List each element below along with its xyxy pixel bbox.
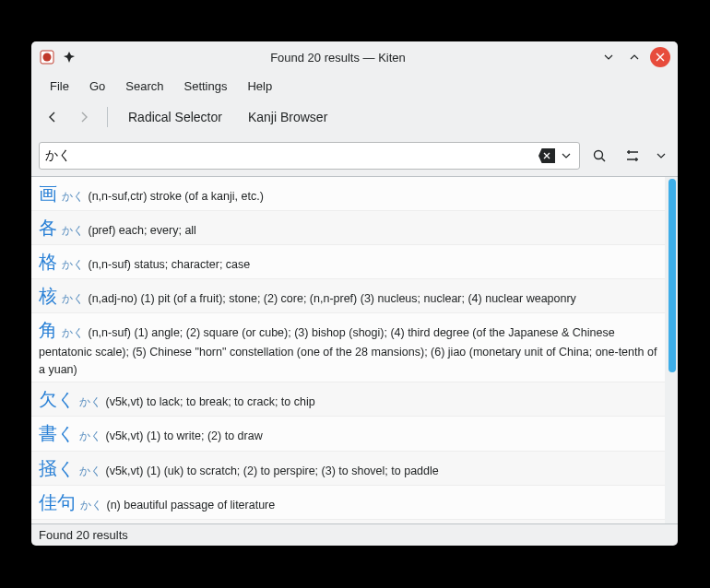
search-button[interactable]: [586, 143, 613, 169]
window-title: Found 20 results — Kiten: [83, 51, 593, 65]
headword: 角: [39, 320, 57, 340]
back-button[interactable]: [39, 104, 66, 130]
scrollbar[interactable]: [665, 177, 678, 523]
definition: (v5k,vt) (1) (uk) to scratch; (2) to per…: [105, 465, 438, 477]
headword: 書く: [39, 423, 75, 443]
reading: かく: [62, 258, 84, 271]
reading: かく: [79, 465, 101, 477]
clear-icon[interactable]: [538, 148, 555, 163]
result-entry[interactable]: 核 かく(n,adj-no) (1) pit (of a fruit); sto…: [31, 278, 665, 312]
definition: (n,adj-no) (1) pit (of a fruit); stone; …: [88, 292, 575, 305]
status-text: Found 20 results: [39, 528, 128, 542]
definition: (n,n-suf,ctr) stroke (of a kanji, etc.): [88, 190, 263, 203]
results-list: 画 かく(n,n-suf,ctr) stroke (of a kanji, et…: [31, 177, 665, 523]
definition: (n) beautiful passage of literature: [106, 499, 275, 512]
forward-button[interactable]: [70, 104, 98, 130]
close-button[interactable]: [650, 47, 670, 67]
results-area: 画 かく(n,n-suf,ctr) stroke (of a kanji, et…: [31, 176, 678, 523]
menu-settings[interactable]: Settings: [175, 76, 237, 97]
filter-button[interactable]: [619, 143, 646, 169]
radical-selector-button[interactable]: Radical Selector: [117, 106, 233, 128]
search-input[interactable]: [45, 148, 538, 163]
headword: 画: [39, 183, 57, 204]
headword: 格: [39, 252, 57, 272]
definition: (v5k,vt) to lack; to break; to crack; to…: [105, 395, 314, 408]
filter-dropdown[interactable]: [652, 143, 670, 169]
titlebar: Found 20 results — Kiten: [31, 41, 678, 73]
result-entry[interactable]: 格 かく(n,n-suf) status; character; case: [31, 244, 665, 278]
headword: 欠く: [39, 389, 75, 409]
pin-icon[interactable]: [61, 49, 77, 65]
headword: 佳句: [39, 492, 76, 512]
toolbar: Radical Selector Kanji Browser: [31, 99, 678, 135]
result-entry[interactable]: 画 かく(n,n-suf,ctr) stroke (of a kanji, et…: [31, 177, 665, 210]
reading: かく: [62, 190, 84, 203]
menubar: File Go Search Settings Help: [31, 73, 678, 99]
svg-point-1: [43, 53, 52, 62]
headword: 掻く: [39, 458, 75, 478]
minimize-button[interactable]: [598, 47, 619, 67]
result-entry[interactable]: 書く かく(v5k,vt) (1) to write; (2) to draw: [31, 416, 665, 451]
reading: かく: [79, 395, 101, 408]
definition: (n,n-suf) status; character; case: [88, 258, 250, 271]
search-box: [39, 142, 580, 170]
maximize-button[interactable]: [624, 47, 645, 67]
search-history-dropdown[interactable]: [559, 148, 574, 163]
menu-go[interactable]: Go: [80, 76, 114, 97]
toolbar-divider: [107, 107, 108, 127]
reading: かく: [80, 499, 102, 512]
definition: (pref) each; every; all: [88, 224, 195, 237]
headword: 核: [39, 286, 57, 306]
definition: (n,n-suf) (1) angle; (2) square (or cube…: [39, 326, 657, 376]
result-entry[interactable]: 掻く かく(v5k,vt) (1) (uk) to scratch; (2) t…: [31, 451, 665, 486]
statusbar: Found 20 results: [31, 523, 678, 546]
app-icon: [39, 49, 55, 65]
definition: (v5k,vt) (1) to write; (2) to draw: [105, 429, 262, 442]
reading: かく: [79, 429, 101, 442]
result-entry[interactable]: 各 かく(pref) each; every; all: [31, 210, 665, 244]
svg-point-2: [595, 151, 603, 159]
kanji-browser-button[interactable]: Kanji Browser: [237, 106, 338, 128]
scrollbar-thumb[interactable]: [669, 179, 676, 372]
menu-file[interactable]: File: [41, 76, 78, 97]
search-row: [31, 135, 678, 176]
app-window: Found 20 results — Kiten File Go Search …: [31, 41, 678, 546]
menu-help[interactable]: Help: [238, 76, 281, 97]
headword: 各: [39, 218, 57, 238]
reading: かく: [62, 224, 84, 237]
result-entry[interactable]: 欠く かく(v5k,vt) to lack; to break; to crac…: [31, 382, 665, 417]
menu-search[interactable]: Search: [116, 76, 172, 97]
result-entry[interactable]: 角 かく(n,n-suf) (1) angle; (2) square (or …: [31, 312, 665, 382]
reading: かく: [62, 326, 84, 339]
result-entry[interactable]: 佳句 かく(n) beautiful passage of literature: [31, 485, 665, 519]
reading: かく: [62, 292, 84, 305]
